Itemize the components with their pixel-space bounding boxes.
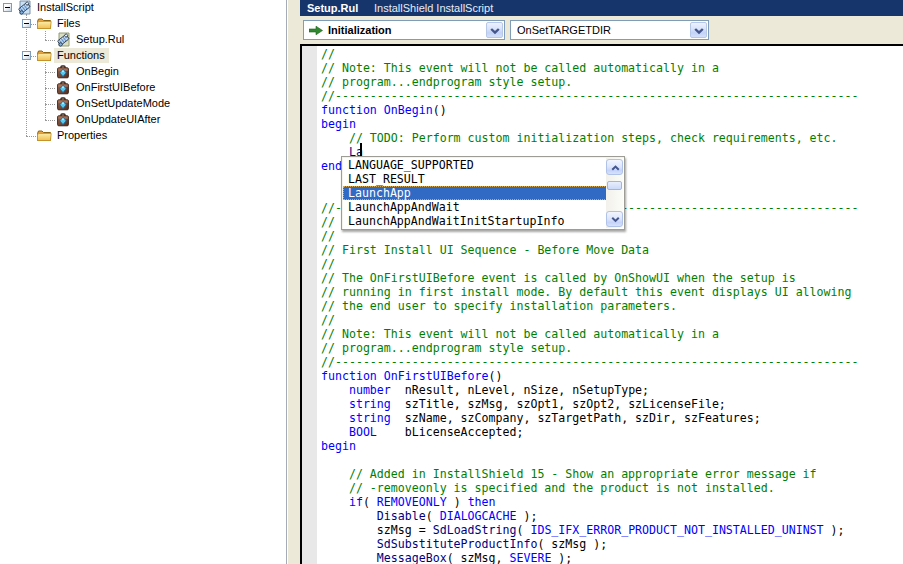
code-text: ); bbox=[551, 551, 572, 564]
code-line[interactable]: BOOL bLicenseAccepted; bbox=[321, 425, 523, 439]
code-line[interactable]: // program...endprogram style setup. bbox=[321, 75, 572, 89]
editor-selection-margin[interactable] bbox=[302, 46, 317, 564]
code-text: szMsg = bbox=[321, 523, 433, 537]
code-line[interactable]: // bbox=[321, 257, 335, 271]
tree-item-label[interactable]: OnFirstUIBefore bbox=[73, 80, 159, 95]
code-line[interactable]: end bbox=[321, 159, 342, 173]
code-line[interactable]: //--------------------------------------… bbox=[321, 89, 858, 103]
code-line[interactable]: // First Install UI Sequence - Before Mo… bbox=[321, 243, 649, 257]
autocomplete-item-launchappandwait[interactable]: LaunchAppAndWait bbox=[343, 200, 607, 214]
code-line[interactable]: function OnBegin() bbox=[321, 103, 447, 117]
code-text bbox=[321, 383, 349, 397]
code-text: szName, szCompany, szTargetPath, szDir, … bbox=[391, 411, 761, 425]
code-line[interactable]: number nResult, nLevel, nSize, nSetupTyp… bbox=[321, 383, 649, 397]
event-category-value: Initialization bbox=[328, 21, 392, 39]
collapse-expando-icon[interactable] bbox=[22, 19, 31, 28]
tree-item-label[interactable]: Files bbox=[54, 16, 84, 31]
code-line[interactable]: // Note: This event will not be called a… bbox=[321, 327, 719, 341]
code-line[interactable]: SdSubstituteProductInfo( szMsg ); bbox=[321, 537, 607, 551]
code-line[interactable]: // -removeonly is specified and the prod… bbox=[321, 481, 775, 495]
code-line[interactable]: string szName, szCompany, szTargetPath, … bbox=[321, 411, 761, 425]
code-line[interactable]: // bbox=[321, 313, 335, 327]
code-line[interactable]: // The OnFirstUIBefore event is called b… bbox=[321, 271, 796, 285]
tree-item-properties[interactable]: Properties bbox=[0, 128, 287, 144]
code-line[interactable]: //--------------------------------------… bbox=[321, 355, 858, 369]
code-line[interactable]: // bbox=[321, 229, 335, 243]
code-comment: // bbox=[321, 47, 335, 61]
scrollbar-thumb[interactable] bbox=[607, 181, 622, 190]
code-keyword: IDS_IFX_ERROR_PRODUCT_NOT_INSTALLED_UNIN… bbox=[530, 523, 823, 537]
tree-item-setup-rul[interactable]: Setup.Rul bbox=[0, 32, 287, 48]
tree-item-label[interactable]: Properties bbox=[54, 128, 111, 143]
code-line[interactable]: function OnFirstUIBefore() bbox=[321, 369, 503, 383]
tree-item-label[interactable]: OnBegin bbox=[73, 64, 123, 79]
tree-item-onfirstuibefore[interactable]: OnFirstUIBefore bbox=[0, 80, 287, 96]
tree-item-onsetupdatemode[interactable]: OnSetUpdateMode bbox=[0, 96, 287, 112]
script-code-editor[interactable]: //// Note: This event will not be called… bbox=[300, 44, 903, 564]
autocomplete-item-language-supported[interactable]: LANGUAGE_SUPPORTED bbox=[343, 158, 607, 172]
event-handler-dropdown-button[interactable] bbox=[690, 22, 707, 38]
code-comment: // TODO: Perform custom initialization s… bbox=[321, 131, 838, 145]
tree-item-onupdateuiafter[interactable]: OnUpdateUIAfter bbox=[0, 112, 287, 128]
event-category-dropdown-button[interactable] bbox=[486, 22, 503, 38]
autocomplete-item-last-result[interactable]: LAST_RESULT bbox=[343, 172, 607, 186]
tree-item-label[interactable]: Setup.Rul bbox=[73, 32, 128, 47]
code-line[interactable]: if( REMOVEONLY ) then bbox=[321, 495, 496, 509]
tree-item-functions[interactable]: Functions bbox=[0, 48, 287, 64]
event-handler-combobox[interactable]: OnSetTARGETDIR bbox=[510, 20, 709, 40]
tree-item-label[interactable]: Functions bbox=[54, 48, 109, 63]
collapse-expando-icon[interactable] bbox=[22, 51, 31, 60]
chevron-down-icon bbox=[694, 28, 704, 35]
collapse-expando-icon[interactable] bbox=[3, 3, 12, 12]
code-text bbox=[321, 495, 349, 509]
code-line[interactable]: string szTitle, szMsg, szOpt1, szOpt2, s… bbox=[321, 397, 726, 411]
chevron-down-icon bbox=[490, 28, 500, 35]
tree-item-installscript[interactable]: InstallScript bbox=[0, 0, 287, 16]
autocomplete-item-launchappandwaitinitstartupinfo[interactable]: LaunchAppAndWaitInitStartupInfo bbox=[343, 214, 607, 228]
code-comment: //--------------------------------------… bbox=[321, 89, 858, 103]
code-comment: // The OnFirstUIBefore event is called b… bbox=[321, 271, 796, 285]
event-category-combobox[interactable]: Initialization bbox=[303, 20, 505, 40]
code-line[interactable]: // running in first install mode. By def… bbox=[321, 285, 851, 299]
code-text: ); bbox=[516, 509, 537, 523]
code-text: ) bbox=[447, 495, 468, 509]
code-comment: // First Install UI Sequence - Before Mo… bbox=[321, 243, 649, 257]
tree-item-label[interactable]: OnUpdateUIAfter bbox=[73, 112, 164, 127]
code-line[interactable]: // bbox=[321, 47, 335, 61]
code-comment: // program...endprogram style setup. bbox=[321, 341, 572, 355]
code-line[interactable]: begin bbox=[321, 117, 356, 131]
code-comment: // -removeonly is specified and the prod… bbox=[321, 481, 775, 495]
editor-subtitle: InstallShield InstallScript bbox=[374, 0, 493, 16]
code-comment: // bbox=[321, 229, 335, 243]
code-area[interactable]: //// Note: This event will not be called… bbox=[319, 46, 903, 564]
code-line[interactable]: // the end user to specify installation … bbox=[321, 299, 677, 313]
code-line[interactable]: Disable( DIALOGCACHE ); bbox=[321, 509, 537, 523]
scroll-down-button[interactable] bbox=[606, 211, 623, 227]
editor-title: Setup.Rul bbox=[307, 0, 358, 16]
autocomplete-item-launchapp[interactable]: LaunchApp bbox=[343, 186, 607, 200]
panel-splitter[interactable] bbox=[288, 0, 300, 564]
scroll-up-button[interactable] bbox=[606, 159, 623, 175]
code-keyword: SEVERE bbox=[509, 551, 551, 564]
code-line[interactable]: // TODO: Perform custom initialization s… bbox=[321, 131, 838, 145]
code-text: ( szMsg ); bbox=[537, 537, 607, 551]
code-line[interactable]: begin bbox=[321, 439, 356, 453]
code-comment: // Note: This event will not be called a… bbox=[321, 327, 719, 341]
code-text: () bbox=[433, 103, 447, 117]
installshield-script-view: InstallScriptFilesSetup.RulFunctionsOnBe… bbox=[0, 0, 903, 564]
code-line[interactable]: // Added in InstallShield 15 - Show an a… bbox=[321, 467, 817, 481]
tree-item-files[interactable]: Files bbox=[0, 16, 287, 32]
code-text bbox=[377, 369, 384, 383]
code-line[interactable]: // Note: This event will not be called a… bbox=[321, 61, 719, 75]
editor-title-bar: Setup.Rul InstallShield InstallScript bbox=[300, 0, 903, 16]
tree-item-label[interactable]: OnSetUpdateMode bbox=[73, 96, 174, 111]
code-keyword: string bbox=[349, 411, 391, 425]
code-line[interactable]: // program...endprogram style setup. bbox=[321, 341, 572, 355]
tree-item-label[interactable]: InstallScript bbox=[34, 0, 98, 15]
autocomplete-scrollbar[interactable] bbox=[606, 158, 623, 228]
code-text: ( bbox=[426, 509, 440, 523]
code-comment: // the end user to specify installation … bbox=[321, 299, 677, 313]
code-line[interactable]: szMsg = SdLoadString( IDS_IFX_ERROR_PROD… bbox=[321, 523, 845, 537]
code-line[interactable]: MessageBox( szMsg, SEVERE ); bbox=[321, 551, 572, 564]
tree-item-onbegin[interactable]: OnBegin bbox=[0, 64, 287, 80]
